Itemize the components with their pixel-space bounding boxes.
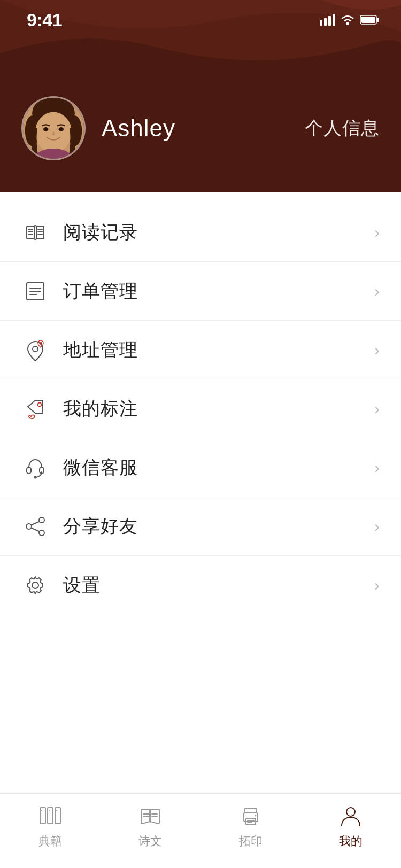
svg-rect-0 xyxy=(320,20,322,26)
status-time: 9:41 xyxy=(27,10,62,30)
status-icons xyxy=(320,14,380,26)
svg-rect-43 xyxy=(55,808,60,824)
share-friends-icon xyxy=(21,513,49,540)
menu-item-wechat-service[interactable]: 微信客服 › xyxy=(0,438,401,497)
svg-point-36 xyxy=(26,524,32,529)
svg-rect-1 xyxy=(324,18,327,26)
svg-point-29 xyxy=(33,346,38,352)
tab-classics[interactable]: 典籍 xyxy=(0,802,101,849)
menu-item-settings[interactable]: 设置 › xyxy=(0,556,401,615)
status-bar: 9:41 xyxy=(0,0,401,32)
reading-history-arrow: › xyxy=(374,223,380,242)
wechat-service-icon xyxy=(21,454,49,482)
svg-rect-7 xyxy=(361,17,375,23)
menu-item-my-annotations[interactable]: 我的标注 › xyxy=(0,379,401,438)
classics-tab-label: 典籍 xyxy=(38,833,62,849)
menu-item-address-management[interactable]: 地址管理 › xyxy=(0,321,401,379)
menu-list: 阅读记录 › 订单管理 › 地址管理 › xyxy=(0,203,401,615)
svg-point-37 xyxy=(39,530,44,536)
settings-icon xyxy=(21,571,49,599)
order-management-label: 订单管理 xyxy=(63,279,374,304)
svg-rect-3 xyxy=(333,14,335,26)
battery-icon xyxy=(360,14,380,25)
svg-line-39 xyxy=(32,528,39,531)
my-annotations-label: 我的标注 xyxy=(63,397,374,421)
svg-point-34 xyxy=(34,476,37,478)
wechat-service-label: 微信客服 xyxy=(63,455,374,480)
svg-point-15 xyxy=(43,127,49,131)
svg-point-31 xyxy=(38,402,42,406)
rubbings-tab-label: 拓印 xyxy=(239,833,263,849)
svg-line-38 xyxy=(32,522,39,525)
poetry-tab-icon xyxy=(136,802,165,829)
svg-rect-42 xyxy=(48,808,53,824)
profile-info-button[interactable]: 个人信息 xyxy=(305,116,380,141)
menu-item-reading-history[interactable]: 阅读记录 › xyxy=(0,203,401,262)
wifi-icon xyxy=(340,14,355,26)
svg-point-35 xyxy=(39,517,44,523)
svg-rect-2 xyxy=(328,16,331,26)
profile-section: Ashley 个人信息 xyxy=(0,96,401,160)
wechat-service-arrow: › xyxy=(374,459,380,477)
svg-point-56 xyxy=(346,808,355,816)
tab-bar: 典籍 诗文 xyxy=(0,793,401,868)
my-annotations-arrow: › xyxy=(374,400,380,418)
svg-point-16 xyxy=(59,127,64,131)
profile-name: Ashley xyxy=(102,115,175,142)
settings-label: 设置 xyxy=(63,573,374,598)
svg-rect-41 xyxy=(40,808,45,824)
address-management-icon xyxy=(21,336,49,364)
menu-item-order-management[interactable]: 订单管理 › xyxy=(0,262,401,321)
classics-tab-icon xyxy=(36,802,65,829)
settings-arrow: › xyxy=(374,576,380,594)
svg-rect-6 xyxy=(377,18,379,22)
avatar[interactable] xyxy=(21,96,86,160)
my-annotations-icon xyxy=(21,395,49,423)
svg-point-55 xyxy=(255,815,256,817)
mine-tab-icon xyxy=(336,802,365,829)
order-management-arrow: › xyxy=(374,282,380,300)
tab-poetry[interactable]: 诗文 xyxy=(101,802,201,849)
reading-history-label: 阅读记录 xyxy=(63,220,374,245)
profile-left: Ashley xyxy=(21,96,175,160)
address-management-arrow: › xyxy=(374,341,380,359)
share-friends-label: 分享好友 xyxy=(63,514,374,539)
order-management-icon xyxy=(21,277,49,305)
signal-icon xyxy=(320,14,335,26)
poetry-tab-label: 诗文 xyxy=(138,833,162,849)
reading-history-icon xyxy=(21,219,49,246)
mine-tab-label: 我的 xyxy=(339,833,363,849)
svg-point-40 xyxy=(32,582,38,588)
tab-mine[interactable]: 我的 xyxy=(301,802,402,849)
share-friends-arrow: › xyxy=(374,517,380,536)
rubbings-tab-icon xyxy=(236,802,265,829)
menu-item-share-friends[interactable]: 分享好友 › xyxy=(0,497,401,556)
svg-point-4 xyxy=(346,22,349,25)
address-management-label: 地址管理 xyxy=(63,338,374,362)
tab-rubbings[interactable]: 拓印 xyxy=(200,802,301,849)
